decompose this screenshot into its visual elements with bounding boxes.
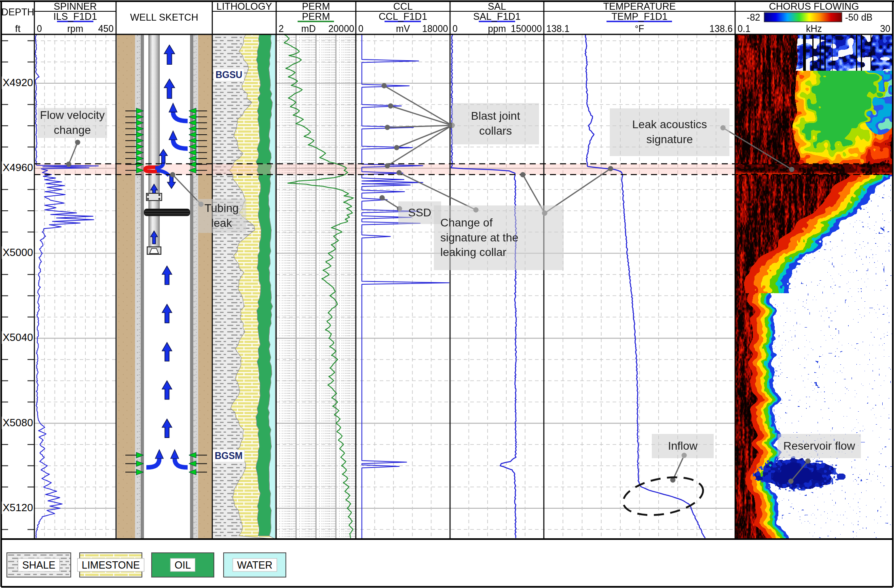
- curve-name-ccl: CCL_F1D1: [356, 12, 450, 21]
- legend-item-water: WATER: [223, 552, 286, 577]
- track-title-temperature: TEMPERATURE: [544, 1, 735, 11]
- depth-label-X4920: X4920: [2, 76, 34, 89]
- curve-name-spinner: ILS_F1D1: [34, 12, 116, 21]
- legend-item-oil: OIL: [151, 552, 214, 577]
- track-title-chorus: CHORUS FLOWING: [735, 1, 893, 11]
- depth-label-X5000: X5000: [2, 246, 34, 259]
- lithology-track: [212, 34, 276, 539]
- scale-max-spinner: 450: [89, 23, 114, 34]
- depth-track-title: DEPTH: [1, 1, 34, 23]
- annotation-blast-joint-collars: Blast joint collars: [452, 103, 539, 144]
- depth-unit: ft: [1, 23, 34, 34]
- annotation-inflow: Inflow: [652, 434, 714, 458]
- colorbar-min-label: -82: [735, 13, 760, 22]
- depth-label-X4960: X4960: [2, 161, 34, 174]
- scale-max-chorus: 30: [863, 23, 890, 34]
- scale-max-temperature: 138.6: [698, 23, 733, 34]
- legend-label-oil: OIL: [170, 558, 195, 572]
- annotation-change-of-signature: Change of signature at the leaking colla…: [434, 205, 564, 270]
- log-plot-canvas: [0, 0, 894, 588]
- track-title-lithology: LITHOLOGY: [212, 1, 276, 11]
- track-title-perm: PERM: [276, 1, 356, 11]
- chorus-colorbar: [764, 13, 842, 22]
- legend-label-water: WATER: [232, 558, 277, 572]
- track-title-sal: SAL: [450, 1, 544, 11]
- depth-label-X5080: X5080: [2, 417, 34, 429]
- track-title-ccl: CCL: [356, 1, 450, 11]
- legend-item-shale: SHALE: [6, 552, 71, 577]
- well-log-viewer: DEPTH ft SPINNER ILS_F1D1 0 rpm 450 WELL…: [0, 0, 894, 588]
- track-title-spinner: SPINNER: [34, 1, 116, 11]
- depth-label-X5040: X5040: [2, 332, 34, 344]
- depth-label-X5120: X5120: [2, 501, 34, 514]
- scale-max-ccl: 18000: [413, 23, 448, 34]
- track-title-well-sketch: WELL SKETCH: [116, 1, 212, 34]
- colorbar-max-label: -50 dB: [845, 13, 893, 22]
- curve-name-temperature: TEMP_F1D1: [544, 12, 735, 21]
- legend-item-limestone: LIMESTONE: [79, 552, 142, 577]
- curve-name-sal: SAL_F1D1: [450, 12, 544, 21]
- scale-max-sal: 150000: [501, 23, 542, 34]
- annotation-leak-acoustics: Leak acoustics signature: [610, 108, 729, 156]
- zone-label-bgsm: BGSM: [213, 450, 245, 462]
- zone-label-bgsu: BGSU: [213, 69, 244, 81]
- legend-label-shale: SHALE: [18, 558, 60, 572]
- scale-max-perm: 20000: [319, 23, 354, 34]
- annotation-flow-velocity-change: Flow velocity change: [38, 108, 107, 138]
- legend-label-limestone: LIMESTONE: [77, 558, 144, 572]
- curve-name-perm: PERM: [276, 12, 356, 21]
- annotation-tubing-leak: Tubing leak: [197, 199, 246, 233]
- annotation-reservoir-flow: Reservoir flow: [778, 434, 861, 458]
